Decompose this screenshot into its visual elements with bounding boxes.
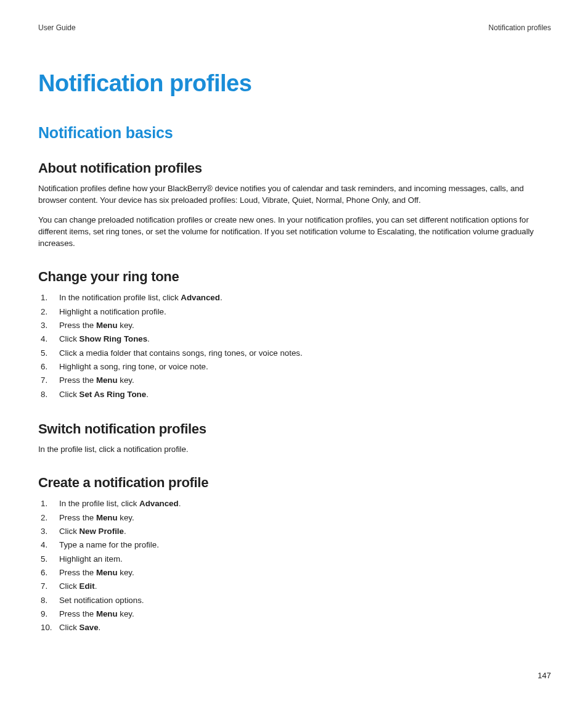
list-item: Press the Menu key. — [38, 511, 551, 525]
list-item: Highlight a notification profile. — [38, 305, 551, 319]
switch-profiles-heading: Switch notification profiles — [38, 421, 551, 437]
create-profile-steps: In the profile list, click Advanced. Pre… — [38, 497, 551, 634]
list-item: Click Show Ring Tones. — [38, 332, 551, 346]
page-number: 147 — [537, 671, 551, 680]
list-item: Click a media folder that contains songs… — [38, 347, 551, 360]
list-item: Press the Menu key. — [38, 374, 551, 387]
list-item: In the notification profile list, click … — [38, 291, 551, 305]
list-item: Click Set As Ring Tone. — [38, 388, 551, 401]
about-heading: About notification profiles — [38, 160, 551, 176]
change-ringtone-heading: Change your ring tone — [38, 269, 551, 285]
create-profile-heading: Create a notification profile — [38, 475, 551, 491]
change-ringtone-steps: In the notification profile list, click … — [38, 291, 551, 401]
section-title: Notification basics — [38, 124, 551, 142]
list-item: Highlight a song, ring tone, or voice no… — [38, 360, 551, 374]
list-item: In the profile list, click Advanced. — [38, 497, 551, 511]
page-header: User Guide Notification profiles — [38, 23, 551, 32]
list-item: Press the Menu key. — [38, 566, 551, 580]
switch-profiles-paragraph: In the profile list, click a notificatio… — [38, 443, 551, 455]
header-right: Notification profiles — [489, 23, 551, 32]
list-item: Click Edit. — [38, 580, 551, 593]
list-item: Highlight an item. — [38, 552, 551, 566]
list-item: Press the Menu key. — [38, 607, 551, 621]
list-item: Press the Menu key. — [38, 319, 551, 332]
list-item: Click Save. — [38, 621, 551, 634]
page-title: Notification profiles — [38, 70, 551, 97]
list-item: Click New Profile. — [38, 525, 551, 538]
list-item: Type a name for the profile. — [38, 538, 551, 552]
header-left: User Guide — [38, 23, 76, 32]
about-paragraph-2: You can change preloaded notification pr… — [38, 214, 551, 250]
about-paragraph-1: Notification profiles define how your Bl… — [38, 183, 551, 207]
list-item: Set notification options. — [38, 594, 551, 607]
